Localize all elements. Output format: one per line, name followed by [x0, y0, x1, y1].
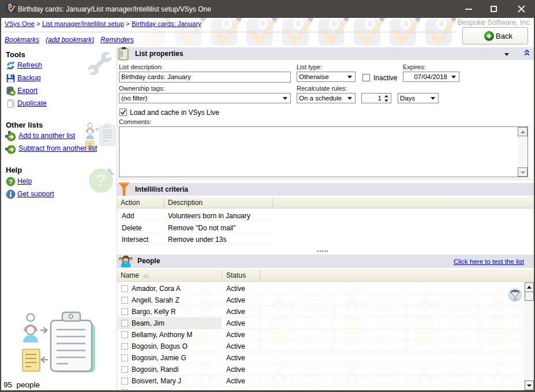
svg-text:?: ?: [9, 178, 13, 185]
svg-text:?: ?: [96, 170, 106, 189]
